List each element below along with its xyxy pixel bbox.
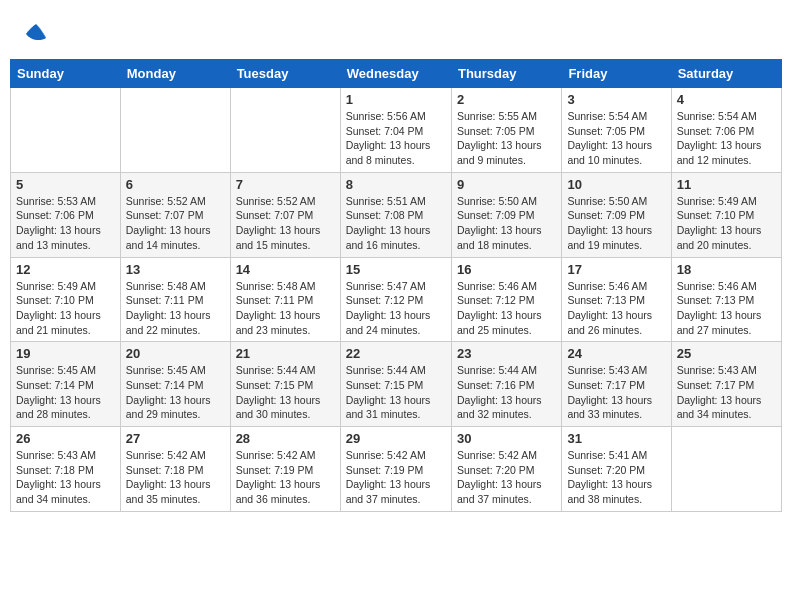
- day-info: Sunrise: 5:49 AM Sunset: 7:10 PM Dayligh…: [16, 279, 115, 338]
- day-info: Sunrise: 5:42 AM Sunset: 7:20 PM Dayligh…: [457, 448, 556, 507]
- day-info: Sunrise: 5:43 AM Sunset: 7:17 PM Dayligh…: [567, 363, 665, 422]
- calendar-table: SundayMondayTuesdayWednesdayThursdayFrid…: [10, 59, 782, 512]
- weekday-header-tuesday: Tuesday: [230, 60, 340, 88]
- day-number: 4: [677, 92, 776, 107]
- weekday-header-thursday: Thursday: [451, 60, 561, 88]
- calendar-day-cell: 26Sunrise: 5:43 AM Sunset: 7:18 PM Dayli…: [11, 427, 121, 512]
- weekday-header-wednesday: Wednesday: [340, 60, 451, 88]
- day-number: 7: [236, 177, 335, 192]
- day-number: 15: [346, 262, 446, 277]
- calendar-day-cell: 8Sunrise: 5:51 AM Sunset: 7:08 PM Daylig…: [340, 172, 451, 257]
- calendar-empty-cell: [671, 427, 781, 512]
- logo: [20, 20, 50, 48]
- calendar-week-row: 1Sunrise: 5:56 AM Sunset: 7:04 PM Daylig…: [11, 88, 782, 173]
- day-number: 14: [236, 262, 335, 277]
- calendar-day-cell: 16Sunrise: 5:46 AM Sunset: 7:12 PM Dayli…: [451, 257, 561, 342]
- calendar-day-cell: 4Sunrise: 5:54 AM Sunset: 7:06 PM Daylig…: [671, 88, 781, 173]
- day-info: Sunrise: 5:47 AM Sunset: 7:12 PM Dayligh…: [346, 279, 446, 338]
- day-info: Sunrise: 5:51 AM Sunset: 7:08 PM Dayligh…: [346, 194, 446, 253]
- calendar-day-cell: 28Sunrise: 5:42 AM Sunset: 7:19 PM Dayli…: [230, 427, 340, 512]
- day-info: Sunrise: 5:54 AM Sunset: 7:06 PM Dayligh…: [677, 109, 776, 168]
- day-number: 20: [126, 346, 225, 361]
- day-info: Sunrise: 5:45 AM Sunset: 7:14 PM Dayligh…: [126, 363, 225, 422]
- day-number: 22: [346, 346, 446, 361]
- calendar-day-cell: 2Sunrise: 5:55 AM Sunset: 7:05 PM Daylig…: [451, 88, 561, 173]
- day-info: Sunrise: 5:55 AM Sunset: 7:05 PM Dayligh…: [457, 109, 556, 168]
- day-number: 16: [457, 262, 556, 277]
- day-number: 11: [677, 177, 776, 192]
- day-info: Sunrise: 5:50 AM Sunset: 7:09 PM Dayligh…: [567, 194, 665, 253]
- day-info: Sunrise: 5:44 AM Sunset: 7:16 PM Dayligh…: [457, 363, 556, 422]
- calendar-day-cell: 23Sunrise: 5:44 AM Sunset: 7:16 PM Dayli…: [451, 342, 561, 427]
- calendar-empty-cell: [120, 88, 230, 173]
- day-number: 29: [346, 431, 446, 446]
- calendar-day-cell: 1Sunrise: 5:56 AM Sunset: 7:04 PM Daylig…: [340, 88, 451, 173]
- day-info: Sunrise: 5:52 AM Sunset: 7:07 PM Dayligh…: [236, 194, 335, 253]
- day-number: 27: [126, 431, 225, 446]
- day-number: 30: [457, 431, 556, 446]
- day-number: 6: [126, 177, 225, 192]
- calendar-empty-cell: [11, 88, 121, 173]
- logo-icon: [22, 20, 50, 48]
- calendar-day-cell: 18Sunrise: 5:46 AM Sunset: 7:13 PM Dayli…: [671, 257, 781, 342]
- calendar-day-cell: 20Sunrise: 5:45 AM Sunset: 7:14 PM Dayli…: [120, 342, 230, 427]
- day-info: Sunrise: 5:50 AM Sunset: 7:09 PM Dayligh…: [457, 194, 556, 253]
- day-number: 23: [457, 346, 556, 361]
- day-number: 8: [346, 177, 446, 192]
- calendar-day-cell: 11Sunrise: 5:49 AM Sunset: 7:10 PM Dayli…: [671, 172, 781, 257]
- day-info: Sunrise: 5:54 AM Sunset: 7:05 PM Dayligh…: [567, 109, 665, 168]
- day-info: Sunrise: 5:44 AM Sunset: 7:15 PM Dayligh…: [346, 363, 446, 422]
- page-header: [10, 10, 782, 53]
- calendar-day-cell: 21Sunrise: 5:44 AM Sunset: 7:15 PM Dayli…: [230, 342, 340, 427]
- weekday-header-friday: Friday: [562, 60, 671, 88]
- calendar-day-cell: 12Sunrise: 5:49 AM Sunset: 7:10 PM Dayli…: [11, 257, 121, 342]
- day-info: Sunrise: 5:56 AM Sunset: 7:04 PM Dayligh…: [346, 109, 446, 168]
- day-number: 24: [567, 346, 665, 361]
- calendar-day-cell: 25Sunrise: 5:43 AM Sunset: 7:17 PM Dayli…: [671, 342, 781, 427]
- calendar-week-row: 5Sunrise: 5:53 AM Sunset: 7:06 PM Daylig…: [11, 172, 782, 257]
- day-number: 13: [126, 262, 225, 277]
- day-number: 21: [236, 346, 335, 361]
- calendar-day-cell: 6Sunrise: 5:52 AM Sunset: 7:07 PM Daylig…: [120, 172, 230, 257]
- calendar-day-cell: 17Sunrise: 5:46 AM Sunset: 7:13 PM Dayli…: [562, 257, 671, 342]
- calendar-day-cell: 19Sunrise: 5:45 AM Sunset: 7:14 PM Dayli…: [11, 342, 121, 427]
- calendar-day-cell: 3Sunrise: 5:54 AM Sunset: 7:05 PM Daylig…: [562, 88, 671, 173]
- day-info: Sunrise: 5:44 AM Sunset: 7:15 PM Dayligh…: [236, 363, 335, 422]
- calendar-header-row: SundayMondayTuesdayWednesdayThursdayFrid…: [11, 60, 782, 88]
- calendar-day-cell: 30Sunrise: 5:42 AM Sunset: 7:20 PM Dayli…: [451, 427, 561, 512]
- weekday-header-saturday: Saturday: [671, 60, 781, 88]
- day-info: Sunrise: 5:46 AM Sunset: 7:13 PM Dayligh…: [677, 279, 776, 338]
- day-number: 17: [567, 262, 665, 277]
- calendar-week-row: 12Sunrise: 5:49 AM Sunset: 7:10 PM Dayli…: [11, 257, 782, 342]
- day-info: Sunrise: 5:42 AM Sunset: 7:18 PM Dayligh…: [126, 448, 225, 507]
- calendar-week-row: 19Sunrise: 5:45 AM Sunset: 7:14 PM Dayli…: [11, 342, 782, 427]
- calendar-day-cell: 14Sunrise: 5:48 AM Sunset: 7:11 PM Dayli…: [230, 257, 340, 342]
- day-number: 1: [346, 92, 446, 107]
- calendar-day-cell: 22Sunrise: 5:44 AM Sunset: 7:15 PM Dayli…: [340, 342, 451, 427]
- calendar-day-cell: 15Sunrise: 5:47 AM Sunset: 7:12 PM Dayli…: [340, 257, 451, 342]
- day-info: Sunrise: 5:48 AM Sunset: 7:11 PM Dayligh…: [126, 279, 225, 338]
- day-info: Sunrise: 5:49 AM Sunset: 7:10 PM Dayligh…: [677, 194, 776, 253]
- day-number: 26: [16, 431, 115, 446]
- day-info: Sunrise: 5:43 AM Sunset: 7:17 PM Dayligh…: [677, 363, 776, 422]
- day-info: Sunrise: 5:42 AM Sunset: 7:19 PM Dayligh…: [346, 448, 446, 507]
- weekday-header-sunday: Sunday: [11, 60, 121, 88]
- day-number: 19: [16, 346, 115, 361]
- day-info: Sunrise: 5:41 AM Sunset: 7:20 PM Dayligh…: [567, 448, 665, 507]
- day-number: 5: [16, 177, 115, 192]
- day-info: Sunrise: 5:48 AM Sunset: 7:11 PM Dayligh…: [236, 279, 335, 338]
- calendar-empty-cell: [230, 88, 340, 173]
- calendar-day-cell: 31Sunrise: 5:41 AM Sunset: 7:20 PM Dayli…: [562, 427, 671, 512]
- day-info: Sunrise: 5:43 AM Sunset: 7:18 PM Dayligh…: [16, 448, 115, 507]
- calendar-day-cell: 10Sunrise: 5:50 AM Sunset: 7:09 PM Dayli…: [562, 172, 671, 257]
- calendar-week-row: 26Sunrise: 5:43 AM Sunset: 7:18 PM Dayli…: [11, 427, 782, 512]
- day-info: Sunrise: 5:46 AM Sunset: 7:12 PM Dayligh…: [457, 279, 556, 338]
- weekday-header-monday: Monday: [120, 60, 230, 88]
- calendar-day-cell: 9Sunrise: 5:50 AM Sunset: 7:09 PM Daylig…: [451, 172, 561, 257]
- day-info: Sunrise: 5:42 AM Sunset: 7:19 PM Dayligh…: [236, 448, 335, 507]
- day-number: 28: [236, 431, 335, 446]
- calendar-day-cell: 29Sunrise: 5:42 AM Sunset: 7:19 PM Dayli…: [340, 427, 451, 512]
- calendar-day-cell: 5Sunrise: 5:53 AM Sunset: 7:06 PM Daylig…: [11, 172, 121, 257]
- calendar-day-cell: 13Sunrise: 5:48 AM Sunset: 7:11 PM Dayli…: [120, 257, 230, 342]
- calendar-day-cell: 24Sunrise: 5:43 AM Sunset: 7:17 PM Dayli…: [562, 342, 671, 427]
